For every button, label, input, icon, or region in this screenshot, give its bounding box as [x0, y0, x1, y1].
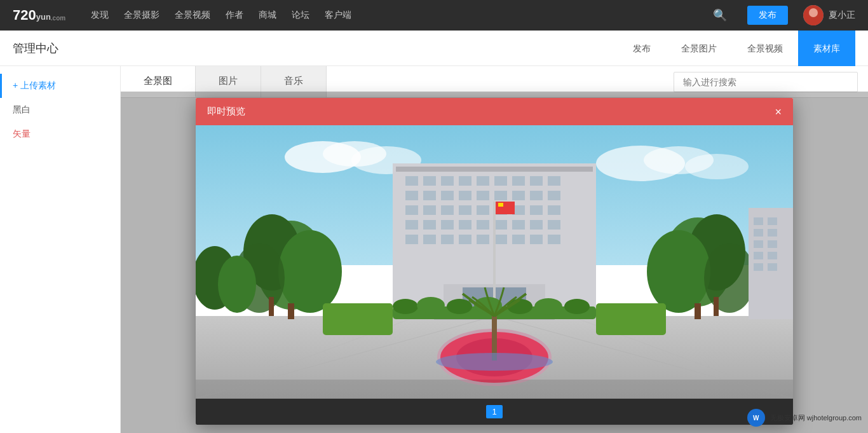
svg-rect-42	[530, 205, 543, 215]
subnav-panorama-img-btn[interactable]: 全景图片	[666, 31, 732, 66]
svg-point-9	[685, 154, 749, 179]
svg-rect-48	[477, 220, 489, 230]
svg-rect-88	[754, 252, 763, 259]
sidebar-item-black[interactable]: 黑白	[0, 98, 120, 122]
svg-rect-23	[512, 176, 525, 186]
logo-yun: yun	[36, 12, 51, 22]
svg-rect-17	[405, 176, 418, 186]
svg-point-1	[809, 8, 818, 17]
modal-close-button[interactable]: ×	[775, 106, 782, 118]
page-indicator: 1	[486, 405, 502, 418]
svg-rect-85	[768, 229, 777, 237]
panorama-scene	[196, 125, 793, 399]
modal-overlay: 即时预览 ×	[121, 92, 868, 433]
svg-rect-54	[423, 235, 436, 244]
subnav-material-btn[interactable]: 素材库	[798, 31, 855, 66]
page-title: 管理中心	[13, 41, 618, 56]
sub-nav: 管理中心 发布 全景图片 全景视频 素材库	[0, 31, 868, 66]
svg-rect-87	[768, 240, 777, 248]
search-input[interactable]	[674, 72, 858, 92]
nav-panorama-video[interactable]: 全景视频	[175, 10, 210, 21]
svg-rect-56	[459, 235, 471, 244]
svg-rect-27	[423, 191, 436, 200]
svg-point-93	[393, 299, 418, 314]
svg-rect-90	[754, 263, 763, 271]
right-main: 全景图 图片 音乐 即时预览 ×	[121, 66, 868, 433]
svg-rect-61	[548, 235, 560, 244]
svg-rect-33	[530, 191, 543, 200]
svg-rect-46	[441, 220, 454, 230]
svg-rect-38	[459, 205, 471, 215]
svg-rect-32	[512, 191, 525, 200]
left-sidebar: + 上传素材 黑白 矢量	[0, 66, 121, 433]
svg-rect-19	[441, 176, 454, 186]
svg-rect-18	[423, 176, 436, 186]
watermark-text: 无极安卓网 wjhotelgroup.com	[770, 413, 862, 423]
svg-rect-50	[512, 220, 525, 230]
svg-rect-52	[548, 220, 560, 230]
sidebar-item-upload[interactable]: + 上传素材	[0, 74, 120, 98]
svg-rect-53	[405, 235, 418, 244]
watermark-w: W	[753, 415, 759, 422]
svg-rect-30	[477, 191, 489, 200]
nav-author[interactable]: 作者	[226, 10, 243, 21]
page-wrapper: 720 yun .com 发现 全景摄影 全景视频 作者 商城 论坛 客户端 🔍…	[0, 0, 868, 433]
preview-image-area	[196, 125, 793, 399]
svg-rect-31	[494, 191, 507, 200]
svg-rect-73	[288, 303, 294, 319]
svg-rect-109	[196, 380, 793, 399]
subnav-panorama-video-btn[interactable]: 全景视频	[732, 31, 798, 66]
sidebar-section: + 上传素材 黑白 矢量	[0, 66, 120, 154]
sidebar-item-vector[interactable]: 矢量	[0, 122, 120, 146]
nav-client[interactable]: 客户端	[325, 10, 351, 21]
svg-rect-26	[405, 191, 418, 200]
svg-rect-29	[459, 191, 471, 200]
svg-rect-68	[498, 203, 503, 207]
svg-rect-91	[768, 263, 777, 271]
svg-point-95	[447, 299, 472, 314]
svg-point-99	[564, 299, 590, 314]
svg-point-108	[218, 256, 256, 313]
nav-shop[interactable]: 商城	[259, 10, 276, 21]
svg-rect-28	[441, 191, 454, 200]
svg-rect-86	[754, 240, 763, 248]
svg-rect-79	[695, 303, 701, 319]
svg-rect-89	[768, 252, 777, 259]
sidebar-black-label: 黑白	[13, 104, 31, 114]
svg-rect-84	[754, 229, 763, 237]
nav-forum[interactable]: 论坛	[292, 10, 309, 21]
svg-rect-82	[754, 217, 763, 225]
svg-rect-37	[441, 205, 454, 215]
svg-rect-35	[405, 205, 418, 215]
svg-rect-55	[441, 235, 454, 244]
sidebar-vector-label: 矢量	[13, 128, 31, 139]
modal-title: 即时预览	[207, 106, 245, 118]
nav-panorama-photo[interactable]: 全景摄影	[124, 10, 159, 21]
watermark-area: W 无极安卓网 wjhotelgroup.com	[747, 409, 862, 427]
svg-point-78	[704, 243, 755, 313]
svg-rect-21	[477, 176, 489, 186]
svg-point-98	[534, 298, 562, 315]
preview-header: 即时预览 ×	[196, 98, 793, 125]
svg-rect-16	[396, 167, 593, 172]
watermark-logo: W	[747, 409, 765, 427]
svg-rect-39	[477, 205, 489, 215]
user-area[interactable]: 夏小正	[803, 5, 855, 25]
svg-rect-20	[459, 176, 471, 186]
main-content: + 上传素材 黑白 矢量 全景图 图片 音乐	[0, 66, 868, 433]
sub-nav-actions: 发布 全景图片 全景视频 素材库	[618, 31, 855, 66]
search-icon-button[interactable]: 🔍	[708, 6, 732, 25]
preview-footer: 1	[196, 399, 793, 425]
svg-point-94	[417, 297, 445, 313]
subnav-publish-btn[interactable]: 发布	[618, 31, 666, 66]
svg-rect-47	[459, 220, 471, 230]
svg-rect-49	[494, 220, 507, 230]
publish-button[interactable]: 发布	[747, 6, 788, 25]
nav-discover[interactable]: 发现	[91, 10, 109, 21]
logo-720: 720	[13, 7, 36, 24]
svg-rect-45	[423, 220, 436, 230]
svg-rect-25	[548, 176, 560, 186]
svg-rect-80	[714, 297, 719, 316]
preview-modal: 即时预览 ×	[196, 98, 793, 425]
svg-rect-60	[530, 235, 543, 244]
